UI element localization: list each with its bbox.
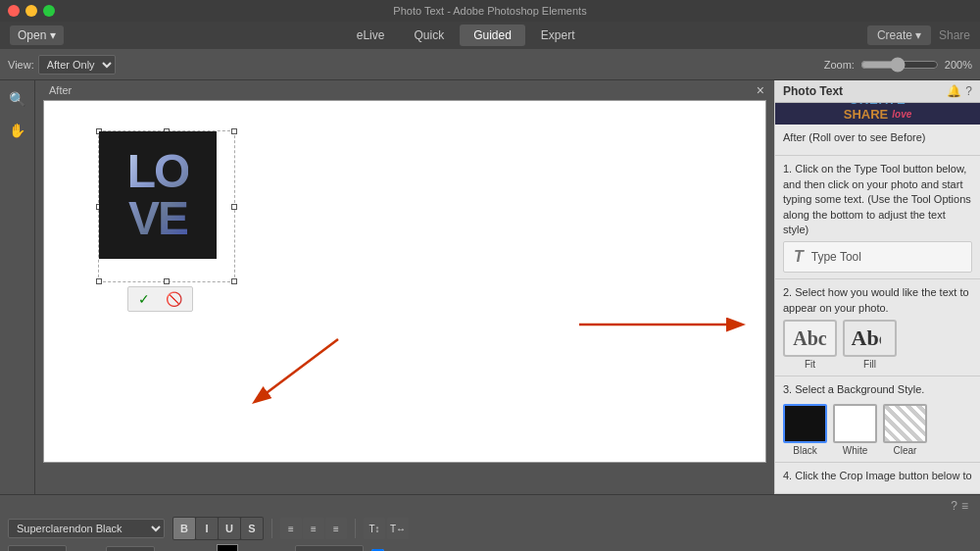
create-button[interactable]: Create ▾ <box>867 25 931 45</box>
fit-button[interactable]: Abc <box>783 320 837 357</box>
type-tool-button[interactable]: T Type Tool <box>783 241 972 273</box>
size-input[interactable] <box>106 546 155 551</box>
bold-button[interactable]: B <box>173 518 195 539</box>
zoom-value: 200% <box>945 59 972 71</box>
divider2 <box>355 519 356 538</box>
menu-right: Create ▾ Share <box>867 25 970 45</box>
step2-text: 2. Select how you would like the text to… <box>783 285 972 316</box>
zoom-label: Zoom: <box>824 59 855 71</box>
search-icon: 🔍 <box>9 91 25 107</box>
bg-black-swatch[interactable] <box>783 404 827 443</box>
menubar: Open ▾ eLive Quick Guided Expert Create … <box>0 22 980 49</box>
close-window-dot[interactable] <box>8 5 20 17</box>
canvas-close-button[interactable]: × <box>757 82 764 98</box>
style-select[interactable]: Black <box>8 545 67 551</box>
divider1 <box>271 519 272 538</box>
confirm-bar: ✓ 🚫 <box>127 286 193 312</box>
share-button[interactable]: Share <box>939 28 970 42</box>
strikethrough-button[interactable]: S <box>241 518 263 539</box>
preview-share: SHARE <box>844 107 889 122</box>
text-object[interactable]: LO VE ✓ 🚫 <box>98 130 235 312</box>
resize-handle-br[interactable] <box>231 278 237 284</box>
titlebar: Photo Text - Adobe Photoshop Elements <box>0 0 980 22</box>
tab-guided[interactable]: Guided <box>460 25 525 46</box>
panel-title: Photo Text <box>783 84 843 98</box>
zoom-control: Zoom: 200% <box>824 57 972 73</box>
bg-black-option[interactable]: Black <box>783 404 827 456</box>
cancel-text-button[interactable]: 🚫 <box>160 289 188 309</box>
toolbar-row1: Superclarendon Black B I U S ≡ ≡ ≡ T↕ T↔ <box>8 517 972 540</box>
leading-select[interactable]: (Auto) <box>295 545 364 551</box>
fill-option: Abc Fill <box>843 320 897 370</box>
step3-text: 3. Select a Background Style. <box>783 382 972 397</box>
panel-section-step1: 1. Click on the Type Tool button below, … <box>775 156 980 279</box>
panel-bell-icon[interactable]: 🔔 <box>947 84 961 98</box>
align-center-button[interactable]: ≡ <box>303 518 324 539</box>
window-title: Photo Text - Adobe Photoshop Elements <box>393 5 586 17</box>
bg-style-row: Black White Clear <box>783 404 972 456</box>
italic-button[interactable]: I <box>196 518 218 539</box>
help-icon[interactable]: ? <box>951 499 957 513</box>
bg-clear-option[interactable]: Clear <box>883 404 927 456</box>
love-box: LO VE <box>99 131 217 259</box>
search-tool[interactable]: 🔍 <box>5 86 30 112</box>
type-tool-label: Type Tool <box>811 250 861 264</box>
view-select[interactable]: After Only <box>38 55 116 75</box>
underline-button[interactable]: U <box>219 518 240 539</box>
left-toolbar: 🔍 ✋ <box>0 80 35 494</box>
step4-text: 4. Click the Crop Image button below to <box>783 469 972 483</box>
hand-tool[interactable]: ✋ <box>5 118 30 143</box>
fill-button[interactable]: Abc <box>843 320 897 357</box>
menu-icon[interactable]: ≡ <box>961 499 968 513</box>
panel-section-after: After (Roll over to see Before) <box>775 125 980 156</box>
fill-label: Fill <box>863 359 876 370</box>
panel-preview: CREATE SHARE love REPEAT <box>775 103 980 125</box>
toolbar-row2: Black Size: pt Color: Leading: (Auto) An… <box>8 544 972 551</box>
after-rollover-label: After (Roll over to see Before) <box>783 130 972 145</box>
maximize-window-dot[interactable] <box>43 5 55 17</box>
bg-white-option[interactable]: White <box>833 404 877 456</box>
bg-white-label: White <box>843 445 868 456</box>
align-buttons: ≡ ≡ ≡ <box>280 518 347 539</box>
open-chevron-icon: ▾ <box>50 28 56 42</box>
arrow-to-toolbar <box>240 329 358 408</box>
bg-clear-swatch[interactable] <box>883 404 927 443</box>
canvas-top-row: After × <box>35 80 774 100</box>
open-menu[interactable]: Open ▾ <box>10 25 64 45</box>
create-chevron-icon: ▾ <box>915 28 921 42</box>
love-line2: VE <box>128 195 187 242</box>
horizontal-text-button[interactable]: T↔ <box>387 518 409 539</box>
panel-section-step3: 3. Select a Background Style. Black Whit… <box>775 376 980 462</box>
font-select[interactable]: Superclarendon Black <box>8 519 165 538</box>
confirm-button[interactable]: ✓ <box>132 289 156 309</box>
bg-white-swatch[interactable] <box>833 404 877 443</box>
view-label: View: <box>8 59 34 71</box>
resize-handle-bm[interactable] <box>164 278 170 284</box>
after-label: After <box>41 82 79 98</box>
bottom-toolbar: ? ≡ Superclarendon Black B I U S ≡ ≡ ≡ T… <box>0 494 980 551</box>
align-left-button[interactable]: ≡ <box>280 518 302 539</box>
open-label: Open <box>18 28 46 42</box>
panel-section-step2: 2. Select how you would like the text to… <box>775 279 980 376</box>
tab-quick[interactable]: Quick <box>400 25 458 46</box>
right-panel: Photo Text 🔔 ? CREATE SHARE love REPEAT … <box>774 80 980 494</box>
window-controls[interactable] <box>8 5 55 17</box>
minimize-window-dot[interactable] <box>25 5 37 17</box>
tab-elive[interactable]: eLive <box>343 25 399 46</box>
arrow-to-type-tool <box>560 295 756 354</box>
vertical-text-button[interactable]: T↕ <box>364 518 385 539</box>
resize-handle-tr[interactable] <box>231 128 237 134</box>
canvas-area: After × LO VE <box>35 80 774 494</box>
zoom-slider[interactable] <box>860 57 939 73</box>
resize-handle-bl[interactable] <box>96 278 102 284</box>
preview-text: CREATE SHARE love REPEAT <box>844 103 912 125</box>
panel-help-icon[interactable]: ? <box>965 84 972 98</box>
love-line1: LO <box>127 148 189 195</box>
canvas-wrapper[interactable]: LO VE ✓ 🚫 <box>43 100 766 463</box>
tab-expert[interactable]: Expert <box>527 25 589 46</box>
align-right-button[interactable]: ≡ <box>325 518 347 539</box>
resize-handle-mr[interactable] <box>231 204 237 210</box>
bg-black-label: Black <box>793 445 816 456</box>
panel-icons: 🔔 ? <box>947 84 972 98</box>
color-swatch[interactable] <box>217 544 238 551</box>
